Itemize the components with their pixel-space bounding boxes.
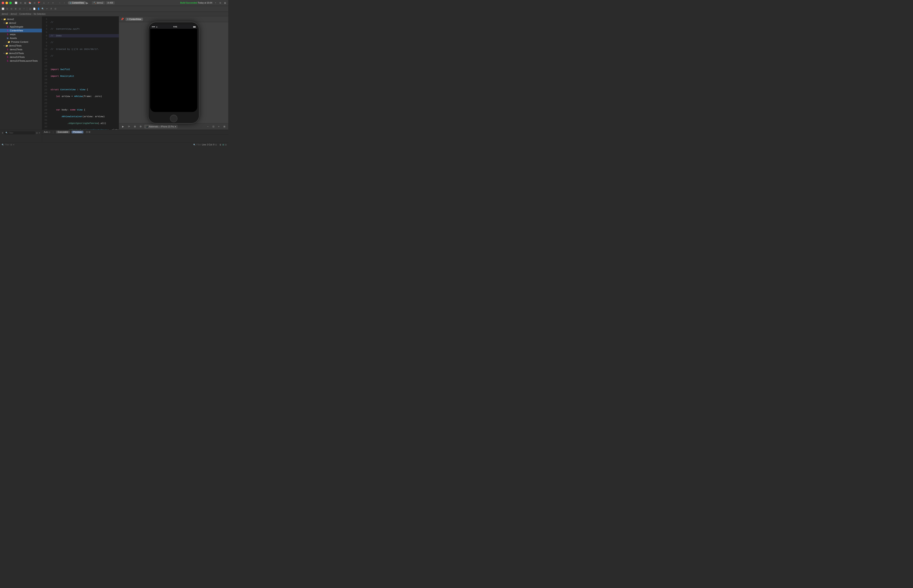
source-icon[interactable]: ⊡ xyxy=(18,7,21,11)
layout-toggle-icon[interactable]: ⊞ xyxy=(14,7,17,11)
breadcrumb-selection[interactable]: No Selection xyxy=(34,13,46,15)
sidebar-item-demo2tests-group[interactable]: ▾ 📁 demo2Tests xyxy=(0,44,42,48)
editor-only-icon[interactable]: ⊡ xyxy=(5,7,9,11)
sidebar-item-assets[interactable]: ⊞ Assets xyxy=(0,36,42,40)
highlight-icon[interactable]: 🔍 xyxy=(41,7,44,11)
line-num: 1 xyxy=(43,17,47,21)
home-button[interactable] xyxy=(170,115,178,122)
code-line-12: let arView = ARView(frame: .zero) xyxy=(49,95,119,98)
preview-refresh-button[interactable]: ⟳ xyxy=(126,124,131,129)
add-tab-icon[interactable]: + xyxy=(214,1,217,5)
clear-icon[interactable]: ✕ xyxy=(39,132,40,134)
test-icon[interactable]: ✓ xyxy=(47,1,50,5)
sidebar-item-appdelegate[interactable]: S AppDelegate xyxy=(0,25,42,29)
warning-icon[interactable]: ⚠ xyxy=(42,1,45,5)
build-time: Today at 15:04 xyxy=(198,2,212,4)
back-icon[interactable]: ‹ xyxy=(58,1,62,5)
inspector-right-icon[interactable]: ⊟ xyxy=(54,7,57,11)
sidebar-toggle-icon[interactable]: ⬜ xyxy=(14,1,18,5)
code-line-7 xyxy=(49,61,119,65)
authors-icon[interactable]: 👤 xyxy=(37,7,40,11)
more-icon[interactable]: ≡ xyxy=(51,1,55,5)
sidebar-left-icon[interactable]: ⬜ xyxy=(1,7,5,11)
preview-tab[interactable]: S ContentView xyxy=(126,18,143,21)
sidebar-item-wepa[interactable]: S wepa xyxy=(0,32,42,36)
line-num: 5 xyxy=(43,31,47,34)
zoom-fit-button[interactable]: ⊡ xyxy=(211,124,215,129)
preview-settings-button[interactable]: ⚙ xyxy=(138,124,143,129)
sidebar-item-demo2uitests-launch[interactable]: S demo2UITestsLaunchTests xyxy=(0,59,42,63)
library-icon[interactable]: 📚 xyxy=(28,1,32,5)
code-line-13 xyxy=(49,102,119,105)
code-editor[interactable]: 1 2 3 4 5 6 7 8 9 10 11 12 13 14 15 16 1… xyxy=(42,16,119,130)
sidebar-item-demo2-group[interactable]: ▾ 📁 demo2 xyxy=(0,21,42,25)
maximize-button[interactable] xyxy=(9,2,12,4)
flag-icon[interactable]: 🚩 xyxy=(37,1,41,5)
scheme-demo2-tab[interactable]: 🔨 demo2 xyxy=(92,1,105,5)
scheme-device-tab[interactable]: A-408 xyxy=(106,1,115,5)
auto-label: Auto ◇ xyxy=(44,131,50,133)
layout-view-icon[interactable]: ⊡ xyxy=(215,144,217,146)
line-num: 2 xyxy=(43,21,47,24)
sidebar-item-demo2uitests-file[interactable]: S demo2UITests xyxy=(0,55,42,59)
zoom-out-button[interactable]: − xyxy=(206,124,210,129)
source-code[interactable]: // // ContentView.swift // Demo // // Cr… xyxy=(49,16,119,130)
minimize-button[interactable] xyxy=(5,2,8,4)
zoom-in-button[interactable]: + xyxy=(217,124,221,129)
breadcrumb-sep-3: › xyxy=(32,13,32,15)
git-icon[interactable]: ⑂ xyxy=(22,7,26,11)
inspector-icon[interactable]: ◧ xyxy=(24,1,27,5)
filter-options-icon[interactable]: ⊞ xyxy=(36,132,38,134)
pin-icon[interactable]: 📌 xyxy=(121,18,124,21)
code-lines: 1 2 3 4 5 6 7 8 9 10 11 12 13 14 15 16 1… xyxy=(42,16,119,130)
file-navigator: ▾ 📁 demo2 ▾ 📁 demo2 S AppDelegate S Cont… xyxy=(0,16,42,130)
sidebar-item-demo2uitests-group[interactable]: ▾ 📁 demo2UITests xyxy=(0,51,42,55)
line-num: 13 xyxy=(43,58,47,61)
sidebar-label: demo2 xyxy=(7,18,41,20)
close-button[interactable] xyxy=(2,2,4,4)
line-num: 27 xyxy=(43,105,47,108)
canvas-icon[interactable]: ⊟ xyxy=(10,7,13,11)
minimap-icon[interactable]: ◫ xyxy=(28,7,32,11)
line-num: 17 xyxy=(43,71,47,74)
breadcrumb-project[interactable]: demo2 xyxy=(11,13,17,15)
run-button[interactable]: ▶ xyxy=(86,1,89,5)
filter-options-icon[interactable]: ⊞ xyxy=(10,144,12,146)
break-icon[interactable]: ⊟ xyxy=(33,1,36,5)
sidebar-item-contentview[interactable]: S ContentView xyxy=(0,29,42,32)
sidebar-item-preview-content[interactable]: › 📁 Preview Content xyxy=(0,40,42,44)
executable-tab[interactable]: Executable xyxy=(56,131,70,133)
preview-live-button[interactable]: ▶ xyxy=(121,124,125,129)
forward-icon[interactable]: › xyxy=(63,1,66,5)
docs-icon[interactable]: 📄 xyxy=(32,7,36,11)
plus-icon[interactable]: + xyxy=(2,131,3,134)
previews-tab[interactable]: Previews xyxy=(71,131,84,133)
panel-icon[interactable]: ▣ xyxy=(223,1,227,5)
main-layout: ▾ 📁 demo2 ▾ 📁 demo2 S AppDelegate S Cont… xyxy=(0,16,228,130)
sidebar-item-demo2tests-file[interactable]: S demo2Tests xyxy=(0,48,42,51)
breadcrumb-file[interactable]: ContentView xyxy=(19,13,31,15)
preview-duplicate-button[interactable]: ⊞ xyxy=(133,124,137,129)
trash-icon[interactable]: 🗑 xyxy=(219,144,222,146)
zoom-actual-button[interactable]: ⊞ xyxy=(222,124,227,129)
breadcrumb-sep-2: › xyxy=(18,13,19,15)
expand-icon[interactable]: ⊟ xyxy=(225,144,227,146)
wrap-icon[interactable]: ↩ xyxy=(45,7,49,11)
device-selector[interactable]: 📱 Automatic – iPhone 15 Pro ▾ xyxy=(144,125,178,128)
nav-arrows: ‹ › xyxy=(58,1,66,5)
chevron-down-icon: ▾ xyxy=(1,18,3,20)
code-line-4: // xyxy=(49,41,119,44)
code-line-1: // xyxy=(49,21,119,24)
navigator-icon[interactable]: ⊞ xyxy=(19,1,22,5)
clear-filter-icon[interactable]: ✕ xyxy=(13,144,15,146)
status-wifi: ▲ xyxy=(156,26,158,28)
split-icon[interactable]: ⊞ xyxy=(222,144,224,146)
sidebar-item-demo2-root[interactable]: ▾ 📁 demo2 xyxy=(0,17,42,21)
breadcrumb-sep-1: › xyxy=(9,13,10,15)
filter-input-left[interactable]: 🔍 Filter xyxy=(4,131,35,134)
breadcrumb-demo2[interactable]: demo2 xyxy=(2,13,8,15)
layout-icon[interactable]: ⊞ xyxy=(219,1,222,5)
font-size-icon[interactable]: A xyxy=(50,7,53,11)
debug-tab-sep: | xyxy=(53,131,53,133)
active-file-tab[interactable]: S ContentView xyxy=(68,1,86,5)
